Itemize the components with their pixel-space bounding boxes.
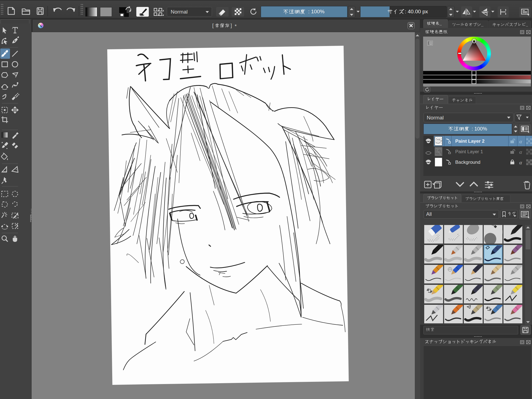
svg-text:Background: Background bbox=[455, 160, 480, 165]
svg-text:α: α bbox=[519, 160, 522, 165]
svg-text:Paint Layer 2: Paint Layer 2 bbox=[455, 139, 485, 144]
svg-text:α: α bbox=[519, 149, 522, 155]
svg-text:α: α bbox=[519, 139, 522, 144]
svg-text:Paint Layer 1: Paint Layer 1 bbox=[455, 149, 483, 154]
